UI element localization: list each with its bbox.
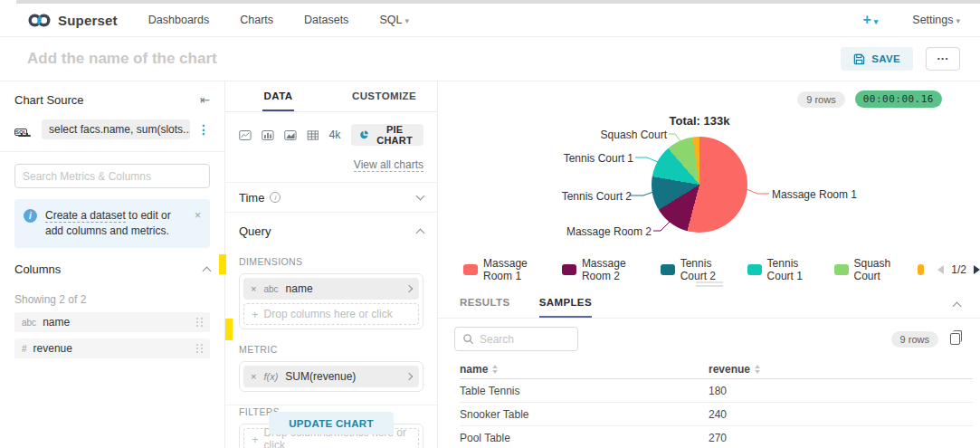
metric-control: × f(x) SUM(revenue) xyxy=(239,361,423,392)
legend-swatch xyxy=(562,264,576,275)
legend-swatch xyxy=(834,264,849,275)
view-all-charts: View all charts xyxy=(239,158,423,171)
nav-dashboards[interactable]: Dashboards xyxy=(148,14,209,26)
chart-header: Add the name of the chart SAVE ··· xyxy=(0,37,980,81)
query-section-header[interactable]: Query xyxy=(239,216,423,245)
nav-datasets[interactable]: Datasets xyxy=(304,14,348,26)
new-item-button[interactable]: +▾ xyxy=(862,12,878,28)
save-button[interactable]: SAVE xyxy=(841,47,913,71)
legend-prev-icon[interactable] xyxy=(937,265,944,274)
alert-text: Create a dataset to edit or add columns … xyxy=(45,208,185,239)
dimension-chip-name[interactable]: × abc name xyxy=(243,278,419,300)
dataset-name-chip[interactable]: select facs.name, sum(slots... xyxy=(42,119,190,139)
column-type-label: # xyxy=(22,344,27,354)
drag-handle-icon[interactable] xyxy=(196,344,203,354)
results-row-count-badge: 9 rows xyxy=(891,331,938,348)
tab-data[interactable]: DATA xyxy=(225,81,331,111)
chart-source-panel: Chart Source ⇤ SQL select facs.name, sum… xyxy=(0,81,225,448)
table-row[interactable]: Snooker Table240 xyxy=(460,403,973,426)
legend-next-icon[interactable] xyxy=(974,265,980,274)
more-options-button[interactable]: ··· xyxy=(926,47,960,71)
info-icon: i xyxy=(270,192,281,203)
table-row[interactable]: Table Tennis180 xyxy=(460,379,973,403)
create-dataset-alert: i Create a dataset to edit or add column… xyxy=(14,199,210,248)
legend-swatch xyxy=(463,264,478,275)
pie-chart-type-button[interactable]: PIE CHART xyxy=(351,124,423,146)
create-dataset-link[interactable]: Create a dataset xyxy=(45,209,126,223)
drag-handle-icon[interactable] xyxy=(196,318,203,328)
column-item-revenue[interactable]: # revenue xyxy=(14,338,210,358)
sort-icon xyxy=(492,365,498,374)
search-icon xyxy=(462,333,474,345)
table-row[interactable]: Pool Table270 xyxy=(460,426,973,448)
chevron-down-icon: ▾ xyxy=(956,16,960,25)
pie-chart-area: 9 rows 00:00:00.16 Total: 133k Squash Co… xyxy=(438,81,980,282)
bar-chart-icon[interactable] xyxy=(262,129,274,142)
sort-icon xyxy=(755,365,760,374)
legend-swatch-clipped xyxy=(918,264,924,275)
legend-item[interactable]: Tennis Court 2 xyxy=(661,257,734,282)
results-search[interactable] xyxy=(454,327,578,351)
remove-icon[interactable]: × xyxy=(251,371,256,382)
legend-item[interactable]: Massage Room 1 xyxy=(463,257,548,282)
update-chart-button[interactable]: UPDATE CHART xyxy=(269,412,393,434)
resize-drag-handle[interactable] xyxy=(696,281,723,289)
legend-swatch xyxy=(661,264,675,275)
close-icon[interactable]: × xyxy=(195,208,201,239)
column-header-name[interactable]: name xyxy=(460,363,709,376)
copy-icon[interactable] xyxy=(950,333,960,345)
chevron-down-icon: ▾ xyxy=(874,17,879,26)
metric-label: METRIC xyxy=(239,344,423,355)
divider xyxy=(0,151,224,152)
chart-legend: Massage Room 1 Massage Room 2 Tennis Cou… xyxy=(463,257,980,282)
viz-type-row: 4k PIE CHART xyxy=(239,124,423,146)
collapse-results-icon[interactable] xyxy=(953,302,962,311)
column-header-revenue[interactable]: revenue xyxy=(709,363,973,376)
dataset-options-kebab-icon[interactable]: ⋮ xyxy=(197,127,210,132)
metrics-search[interactable] xyxy=(14,164,210,188)
pie-label-massage-room-2: Massage Room 2 xyxy=(566,225,652,238)
metric-chip-sum-revenue[interactable]: × f(x) SUM(revenue) xyxy=(243,366,419,387)
dimensions-dropzone[interactable]: + Drop columns here or click xyxy=(243,303,419,325)
plus-icon: + xyxy=(252,308,259,321)
panel-tabs: DATA CUSTOMIZE xyxy=(225,81,437,112)
column-item-name[interactable]: abc name xyxy=(14,312,210,332)
chevron-up-icon[interactable] xyxy=(203,267,212,276)
nav-settings-menu[interactable]: Settings▾ xyxy=(912,14,960,26)
superset-logo[interactable]: Superset xyxy=(27,13,118,28)
tab-samples[interactable]: SAMPLES xyxy=(539,297,592,318)
columns-section-title: Columns xyxy=(14,262,61,276)
chart-title-placeholder[interactable]: Add the name of the chart xyxy=(27,50,217,68)
dimensions-control: × abc name + Drop columns here or click xyxy=(239,273,423,329)
column-type-label: abc xyxy=(22,318,36,328)
brand-name: Superset xyxy=(58,13,118,28)
results-search-input[interactable] xyxy=(480,333,570,346)
pie-label-connectors xyxy=(438,81,980,282)
line-chart-icon[interactable] xyxy=(239,129,252,142)
legend-item[interactable]: Massage Room 2 xyxy=(562,257,647,282)
chart-data-panel: DATA CUSTOMIZE xyxy=(225,81,438,448)
sql-dataset-icon: SQL xyxy=(14,121,34,138)
infinity-logo-icon xyxy=(27,13,52,28)
metrics-search-input[interactable] xyxy=(23,170,202,183)
chevron-right-icon xyxy=(405,373,413,380)
collapse-panel-icon[interactable]: ⇤ xyxy=(200,93,210,107)
time-section-header[interactable]: Time i xyxy=(239,183,423,212)
big-number-chart-icon[interactable]: 4k xyxy=(328,129,340,141)
pie-icon xyxy=(359,129,369,141)
pie-label-tennis-court-1: Tennis Court 1 xyxy=(564,152,633,165)
columns-count: Showing 2 of 2 xyxy=(14,293,210,306)
tab-customize[interactable]: CUSTOMIZE xyxy=(331,81,437,111)
legend-swatch xyxy=(747,264,762,275)
save-icon xyxy=(853,53,865,65)
tab-results[interactable]: RESULTS xyxy=(460,297,510,318)
nav-sql-menu[interactable]: SQL▾ xyxy=(379,14,409,26)
legend-item[interactable]: Squash Court xyxy=(834,257,905,282)
area-chart-icon[interactable] xyxy=(284,129,297,142)
pie-label-tennis-court-2: Tennis Court 2 xyxy=(562,190,632,203)
remove-icon[interactable]: × xyxy=(251,283,256,294)
legend-item[interactable]: Tennis Court 1 xyxy=(747,257,821,282)
table-chart-icon[interactable] xyxy=(307,129,319,142)
nav-charts[interactable]: Charts xyxy=(240,14,273,26)
navbar: Superset Dashboards Charts Datasets SQL▾… xyxy=(0,4,980,37)
